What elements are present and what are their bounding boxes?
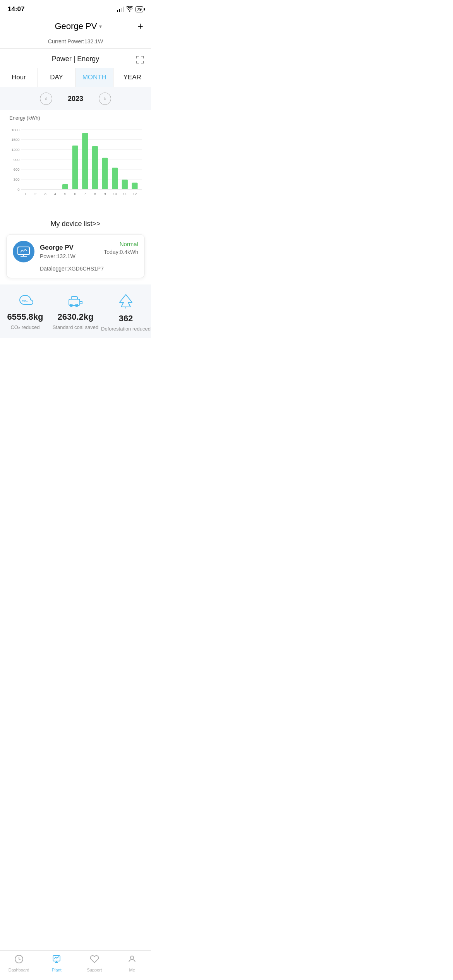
svg-text:9: 9 [104, 192, 106, 196]
svg-text:4: 4 [54, 192, 56, 196]
svg-text:10: 10 [113, 192, 117, 196]
year-label: 2023 [68, 95, 83, 103]
svg-text:CO₂: CO₂ [22, 300, 28, 303]
svg-text:5: 5 [64, 192, 66, 196]
tree-label: Deforestation reduced [101, 326, 151, 332]
stat-coal: 2630.2kg Standard coal saved [50, 294, 101, 330]
co2-value: 6555.8kg [7, 312, 43, 322]
stat-tree: 362 Deforestation reduced [101, 294, 151, 332]
svg-text:1500: 1500 [11, 137, 19, 142]
tab-year[interactable]: YEAR [113, 68, 151, 87]
bar-chart-svg: 1800 1500 1200 900 600 300 0 [9, 124, 142, 209]
svg-text:300: 300 [14, 177, 20, 182]
device-datalogger: Datalogger:XGD6CHS1P7 [40, 266, 138, 272]
device-today: Today:0.4kWh [104, 249, 138, 255]
svg-text:12: 12 [133, 192, 137, 196]
chart-area: Energy (kWh) 1800 1500 1200 900 600 300 … [0, 110, 151, 211]
svg-text:6: 6 [74, 192, 76, 196]
chart-title: Power | Energy [52, 55, 100, 63]
device-name: George PV [40, 244, 76, 252]
svg-text:1: 1 [24, 192, 26, 196]
add-button[interactable]: + [137, 20, 143, 32]
tree-icon [119, 294, 133, 311]
co2-label: CO₂ reduced [10, 324, 39, 330]
svg-rect-15 [72, 146, 78, 189]
svg-text:900: 900 [14, 158, 20, 162]
coal-label: Standard coal saved [53, 324, 99, 330]
tree-value: 362 [119, 314, 133, 324]
svg-text:1800: 1800 [11, 128, 19, 132]
svg-text:600: 600 [14, 167, 20, 171]
signal-icon [117, 7, 124, 12]
svg-rect-18 [102, 158, 108, 189]
header-title[interactable]: George PV ▾ [55, 21, 102, 31]
year-nav: ‹ 2023 › [0, 87, 151, 110]
chart-section: Power | Energy Hour DAY MONTH YEAR ‹ 202… [0, 49, 151, 211]
fullscreen-icon[interactable] [136, 55, 145, 64]
device-power: Power:132.1W [40, 253, 76, 259]
site-name: George PV [55, 21, 97, 31]
svg-marker-43 [120, 295, 132, 307]
svg-text:0: 0 [17, 187, 19, 192]
device-card-left: George PV Power:132.1W [13, 241, 76, 262]
y-axis-label: Energy (kWh) [5, 113, 146, 121]
device-card-top: George PV Power:132.1W Normal Today:0.4k… [13, 241, 138, 262]
device-avatar [13, 241, 34, 262]
next-year-button[interactable]: › [99, 93, 111, 105]
battery-icon: 79 [136, 6, 143, 12]
svg-text:11: 11 [123, 192, 127, 196]
stat-co2: CO₂ 6555.8kg CO₂ reduced [0, 294, 50, 330]
chart-tabs: Hour DAY MONTH YEAR [0, 68, 151, 87]
svg-rect-20 [122, 180, 128, 189]
tab-day[interactable]: DAY [38, 68, 76, 87]
bar-chart: 1800 1500 1200 900 600 300 0 [5, 124, 146, 211]
status-icons: 79 [117, 6, 143, 13]
status-bar: 14:07 79 [0, 0, 151, 16]
svg-rect-14 [62, 184, 68, 189]
prev-year-button[interactable]: ‹ [40, 93, 52, 105]
svg-rect-21 [132, 183, 137, 189]
coal-value: 2630.2kg [58, 312, 94, 322]
svg-text:3: 3 [44, 192, 46, 196]
svg-text:7: 7 [84, 192, 86, 196]
svg-text:8: 8 [94, 192, 96, 196]
device-info: George PV Power:132.1W [40, 244, 76, 259]
svg-text:2: 2 [34, 192, 36, 196]
svg-rect-16 [82, 133, 88, 189]
coal-icon [68, 294, 83, 310]
current-power-text: Current Power:132.1W [48, 38, 103, 45]
stats-section: CO₂ 6555.8kg CO₂ reduced 2630.2kg Standa… [0, 284, 151, 338]
svg-rect-19 [112, 168, 118, 189]
device-card: George PV Power:132.1W Normal Today:0.4k… [6, 234, 145, 278]
device-list-header[interactable]: My device list>> [0, 211, 151, 234]
tab-month[interactable]: MONTH [76, 68, 114, 87]
wifi-icon [126, 6, 133, 13]
svg-rect-17 [92, 146, 98, 189]
dropdown-arrow-icon[interactable]: ▾ [99, 23, 102, 29]
status-time: 14:07 [8, 5, 24, 13]
tab-hour[interactable]: Hour [0, 68, 38, 87]
device-status: Normal [104, 241, 138, 247]
svg-text:1200: 1200 [11, 147, 19, 152]
chart-header: Power | Energy [0, 55, 151, 68]
co2-icon: CO₂ [17, 294, 33, 310]
current-power-bar: Current Power:132.1W [0, 35, 151, 49]
header: George PV ▾ + [0, 16, 151, 35]
